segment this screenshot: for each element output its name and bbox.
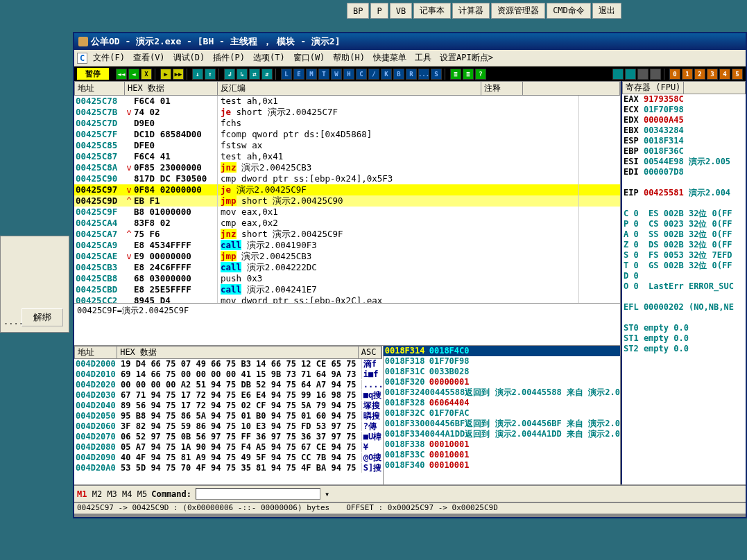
bookmark-1[interactable]: 1 [682, 69, 693, 80]
toolbar-btn-计算器[interactable]: 计算器 [452, 3, 490, 19]
titlebar[interactable]: 公羊OD - 演示2.exe - [BH - 主线程 ， 模块 - 演示2] [74, 33, 746, 50]
toolbar-button[interactable]: ↑ [205, 69, 216, 80]
register-EDX[interactable]: EDX 00000A45 [622, 115, 746, 125]
menu-item[interactable]: 选项(T) [250, 51, 288, 64]
toolbar-button[interactable]: L [281, 69, 292, 80]
toolbar-button[interactable]: ⇄ [249, 69, 260, 80]
fpu-line[interactable]: ST0 empty 0.0 [622, 323, 746, 333]
register-EBP[interactable]: EBP 0018F36C [622, 146, 746, 157]
register-ECX[interactable]: ECX 01F70F98 [622, 105, 746, 115]
toolbar-button[interactable]: T [318, 69, 329, 80]
toolbar-button[interactable] [625, 69, 636, 80]
register-ESI[interactable]: ESI 00544E98 演示2.005 [622, 157, 746, 167]
toolbar-btn-记事本[interactable]: 记事本 [413, 3, 451, 19]
toolbar-button[interactable]: ? [475, 69, 486, 80]
fpu-line[interactable]: ST1 empty 0.0 [622, 333, 746, 344]
m-button-M4[interactable]: M4 [122, 489, 137, 499]
menu-item[interactable]: 快捷菜单 [370, 51, 409, 64]
dump-row[interactable]: 004D2010 69 14 66 75 00 00 00 00 41 15 9… [76, 369, 382, 380]
toolbar-button[interactable]: / [368, 69, 379, 80]
toolbar-button[interactable]: W [331, 69, 342, 80]
toolbar-btn-VB[interactable]: VB [390, 3, 412, 19]
disasm-row[interactable]: 00425C85DFE0fstsw ax [74, 140, 620, 151]
toolbar-button[interactable] [637, 69, 649, 80]
toolbar-btn-CMD命令[interactable]: CMD命令 [547, 3, 591, 19]
toolbar-button[interactable]: ⇵ [261, 69, 273, 80]
disasm-row[interactable]: 00425CA9E8 4534FFFFcall 演示2.004190F3 [74, 240, 620, 251]
bookmark-3[interactable]: 3 [707, 69, 718, 80]
disasm-row[interactable]: 00425C97v0F84 02000000je 演示2.00425C9F [74, 184, 620, 195]
disasm-row[interactable]: 00425C9FB8 01000000mov eax,0x1 [74, 207, 620, 218]
column-header[interactable]: 地址 [75, 82, 125, 95]
disasm-row[interactable]: 00425C87F6C4 41test ah,0x41 [74, 151, 620, 162]
column-header[interactable]: HEX 数据 [117, 347, 359, 358]
disasm-row[interactable]: 00425C7DD9E0fchs [74, 118, 620, 129]
stack-row[interactable]: 0018F3140018F4C0 [384, 346, 620, 356]
bookmark-2[interactable]: 2 [694, 69, 705, 80]
flags-line[interactable]: Z 0 DS 002B 32位 0(FF [622, 240, 746, 250]
disasm-row[interactable]: 00425C7FDC1D 68584D00fcomp qword ptr ds:… [74, 129, 620, 140]
register-EBX[interactable]: EBX 00343284 [622, 125, 746, 136]
fpu-line[interactable]: ST2 empty 0.0 [622, 344, 746, 354]
stack-row[interactable]: 0018F34000010001 [384, 460, 620, 471]
stack-row[interactable]: 0018F32C01F70FAC [384, 408, 620, 419]
toolbar-button[interactable]: X [141, 69, 152, 80]
dump-row[interactable]: 004D2030 67 71 94 75 17 72 94 75 E6 E4 9… [76, 390, 382, 401]
column-header[interactable]: HEX 数据 [125, 82, 218, 95]
toolbar-btn-BP[interactable]: BP [347, 3, 369, 19]
stack-row[interactable]: 0018F33800010001 [384, 439, 620, 450]
column-header[interactable]: ASC [359, 347, 381, 358]
unbind-button[interactable]: 解绑 [22, 308, 63, 326]
toolbar-button[interactable]: ↲ [224, 69, 235, 80]
bookmark-4[interactable]: 4 [719, 69, 730, 80]
registers-pane[interactable]: 寄存器 (FPU) EAX 9179358CECX 01F70F98EDX 00… [621, 81, 746, 484]
stack-row[interactable]: 0018F330004456BF返回到 演示2.004456BF 来自 演示2.… [384, 419, 620, 429]
m-button-M2[interactable]: M2 [92, 489, 108, 499]
column-header[interactable]: 地址 [75, 347, 117, 358]
stack-row[interactable]: 0018F32000000001 [384, 377, 620, 387]
register-EAX[interactable]: EAX 9179358C [622, 94, 746, 105]
column-header[interactable]: 反汇编 [218, 82, 481, 95]
toolbar-button[interactable] [612, 69, 624, 80]
disasm-row[interactable]: 00425C8Av0F85 23000000jnz 演示2.00425CB3 [74, 162, 620, 173]
disassembly-pane[interactable]: 地址HEX 数据反汇编注释 00425C78F6C4 01test ah,0x1… [74, 81, 620, 303]
stack-row[interactable]: 0018F3340044A1DD返回到 演示2.0044A1DD 来自 演示2.… [384, 429, 620, 439]
menu-item[interactable]: 窗口(W) [291, 51, 328, 64]
menu-item[interactable]: 调试(D) [171, 51, 208, 64]
toolbar-button[interactable] [650, 69, 661, 80]
toolbar-button[interactable]: ▶ [160, 69, 171, 80]
toolbar-button[interactable]: M [306, 69, 317, 80]
dump-row[interactable]: 004D2070 06 52 97 75 0B 56 97 75 FF 36 9… [76, 432, 382, 442]
flags-line[interactable]: A 0 SS 002B 32位 0(FF [622, 229, 746, 240]
hexdump-pane[interactable]: 地址HEX 数据ASC 004D2000 19 D4 66 75 07 49 6… [74, 346, 382, 484]
disasm-row[interactable]: 00425C78F6C4 01test ah,0x1 [74, 96, 620, 107]
toolbar-button[interactable]: B [393, 69, 404, 80]
dump-row[interactable]: 004D2050 95 B8 94 75 86 5A 94 75 01 B0 9… [76, 411, 382, 421]
stack-row[interactable]: 0018F32400445588返回到 演示2.00445588 来自 演示2.… [384, 387, 620, 398]
disasm-row[interactable]: 00425CB868 03000000push 0x3 [74, 273, 620, 284]
toolbar-button[interactable]: S [431, 69, 442, 80]
stack-row[interactable]: 0018F31C0033B028 [384, 367, 620, 377]
stack-pane[interactable]: 0018F3140018F4C00018F31801F70F980018F31C… [383, 346, 620, 484]
menu-item[interactable]: 帮助(H) [330, 51, 368, 64]
menu-item[interactable]: 设置API断点> [437, 51, 496, 64]
disasm-row[interactable]: 00425CB3E8 24C6FFFFcall 演示2.004222DC [74, 262, 620, 273]
menu-item[interactable]: 查看(V) [130, 51, 168, 64]
dump-row[interactable]: 004D20A0 53 5D 94 75 70 4F 94 75 35 81 9… [76, 463, 382, 473]
disasm-row[interactable]: 00425C90817D DC F30500cmp dword ptr ss:[… [74, 173, 620, 184]
efl-line[interactable]: EFL 00000202 (NO,NB,NE [622, 302, 746, 313]
toolbar-button[interactable]: ... [418, 69, 429, 80]
bookmark-5[interactable]: 5 [732, 69, 743, 80]
m-button-M5[interactable]: M5 [137, 489, 147, 499]
disasm-row[interactable]: 00425C7Bv74 02je short 演示2.00425C7F [74, 107, 620, 118]
m-button-M3[interactable]: M3 [107, 489, 122, 499]
c-icon[interactable]: C [77, 53, 87, 64]
toolbar-button[interactable]: ◄◄ [116, 69, 127, 80]
flags-line[interactable]: O 0 LastErr ERROR_SUC [622, 281, 746, 292]
dump-row[interactable]: 004D2020 00 00 00 00 A2 51 94 75 DB 52 9… [76, 380, 382, 390]
toolbar-button[interactable]: ≣ [450, 69, 461, 80]
stack-row[interactable]: 0018F31801F70F98 [384, 356, 620, 367]
disasm-row[interactable]: 00425CA7^75 F6jnz short 演示2.00425C9F [74, 229, 620, 240]
register-EIP[interactable]: EIP 00425581 演示2.004 [622, 188, 746, 198]
dump-row[interactable]: 004D2080 05 A7 94 75 1A 90 94 75 F4 A5 9… [76, 442, 382, 453]
